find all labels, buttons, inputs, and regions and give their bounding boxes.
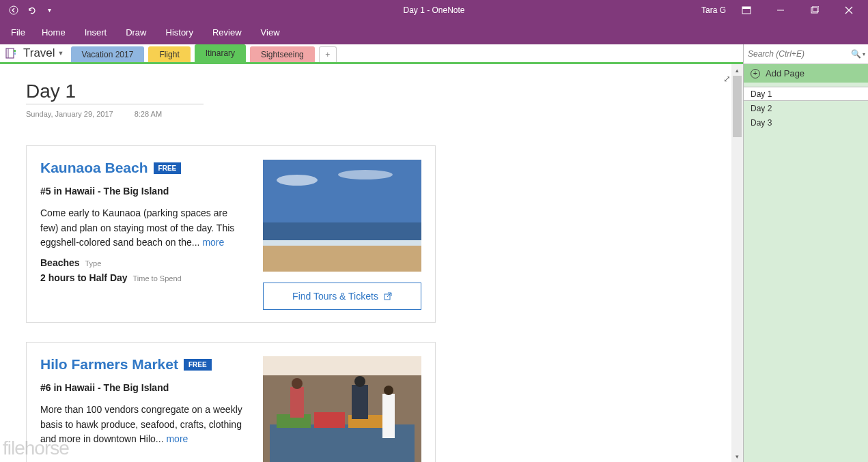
svg-rect-8 <box>6 48 14 58</box>
section-tab-itinerary[interactable]: Itinarary <box>195 44 246 62</box>
page-canvas[interactable]: Day 1 Sunday, January 29, 2017 8:28 AM K… <box>0 64 743 462</box>
free-badge: FREE <box>154 162 182 174</box>
page-list-panel: 🔍 ▾ + Add Page Day 1 Day 2 Day 3 <box>743 44 868 462</box>
card-rank: #5 in Hawaii - The Big Island <box>40 186 248 197</box>
vertical-scrollbar[interactable]: ▴ ▾ <box>731 64 743 462</box>
window-title: Day 1 - OneNote <box>403 5 464 15</box>
content-card: Kaunaoa Beach FREE #5 in Hawaii - The Bi… <box>26 145 436 323</box>
svg-rect-27 <box>352 385 368 419</box>
minimize-button[interactable] <box>767 0 794 20</box>
card-image <box>263 356 421 462</box>
svg-rect-13 <box>263 222 421 243</box>
ribbon-options-button[interactable] <box>733 0 760 20</box>
svg-rect-4 <box>811 8 817 13</box>
ribbon-tab-home[interactable]: Home <box>32 20 75 44</box>
external-link-icon <box>384 292 392 300</box>
card-time-type: Time to Spend <box>132 274 181 283</box>
card-image <box>263 160 421 272</box>
svg-point-16 <box>277 175 318 186</box>
title-bar: ▾ Day 1 - OneNote Tara G <box>0 0 868 20</box>
scroll-thumb[interactable] <box>733 76 742 137</box>
close-button[interactable] <box>835 0 863 20</box>
section-tab-sightseeing[interactable]: Sightseeing <box>250 46 315 62</box>
svg-point-17 <box>338 170 393 179</box>
notebook-name: Travel <box>23 46 55 60</box>
ribbon-tab-file[interactable]: File <box>7 20 32 44</box>
svg-rect-10 <box>14 50 16 52</box>
card-title-link[interactable]: Hilo Farmers Market <box>40 356 178 373</box>
page-list: Day 1 Day 2 Day 3 <box>744 83 868 462</box>
page-meta: Sunday, January 29, 2017 8:28 AM <box>26 110 743 118</box>
page-item-day3[interactable]: Day 3 <box>744 115 868 130</box>
svg-rect-12 <box>263 160 421 228</box>
svg-point-28 <box>354 376 365 387</box>
customize-qat-button[interactable]: ▾ <box>41 2 57 18</box>
ribbon-tab-history[interactable]: History <box>156 20 203 44</box>
card-rank: #6 in Hawaii - The Big Island <box>40 382 248 393</box>
page-date: Sunday, January 29, 2017 <box>26 110 113 118</box>
card-time: 2 hours to Half Day <box>40 272 128 283</box>
more-link[interactable]: more <box>202 237 224 248</box>
page-title[interactable]: Day 1 <box>26 81 204 104</box>
svg-rect-5 <box>813 6 819 12</box>
page-item-day2[interactable]: Day 2 <box>744 101 868 115</box>
svg-point-26 <box>292 378 303 389</box>
card-description: Come early to Kaunaoa (parking spaces ar… <box>40 206 248 250</box>
watermark: filehorse <box>3 437 69 459</box>
search-scope-dropdown[interactable]: ▾ <box>863 51 865 57</box>
svg-rect-23 <box>314 412 345 428</box>
search-input[interactable] <box>748 49 851 59</box>
card-title-link[interactable]: Kaunaoa Beach <box>40 160 148 176</box>
scroll-up-button[interactable]: ▴ <box>731 64 743 76</box>
section-tab-vacation[interactable]: Vacation 2017 <box>71 46 145 62</box>
search-box[interactable]: 🔍 ▾ <box>744 44 868 64</box>
ribbon-tab-insert[interactable]: Insert <box>75 20 117 44</box>
ribbon-tab-review[interactable]: Review <box>203 20 251 44</box>
chevron-down-icon: ▼ <box>58 50 64 57</box>
more-link[interactable]: more <box>166 433 188 444</box>
free-badge: FREE <box>184 359 212 371</box>
svg-rect-2 <box>742 7 751 9</box>
svg-point-0 <box>10 6 18 14</box>
back-button[interactable] <box>5 2 22 18</box>
page-time: 8:28 AM <box>135 110 162 118</box>
search-icon[interactable]: 🔍 <box>851 49 861 59</box>
card-category-type: Type <box>85 259 101 268</box>
card-category: Beaches <box>40 257 80 268</box>
ribbon-tab-draw[interactable]: Draw <box>116 20 156 44</box>
user-name[interactable]: Tara G <box>701 5 726 15</box>
svg-rect-15 <box>263 246 421 272</box>
notebook-icon[interactable] <box>4 46 18 60</box>
svg-rect-11 <box>14 53 16 55</box>
card-description: More than 100 vendors congregate on a we… <box>40 403 248 447</box>
ribbon-tab-view[interactable]: View <box>251 20 290 44</box>
add-section-button[interactable]: + <box>319 46 337 62</box>
section-tabs-row: Travel ▼ Vacation 2017 Flight Itinarary … <box>0 44 743 64</box>
svg-rect-29 <box>382 394 395 438</box>
find-tours-button[interactable]: Find Tours & Tickets <box>263 283 421 310</box>
content-card: Hilo Farmers Market FREE #6 in Hawaii - … <box>26 342 436 462</box>
maximize-button[interactable] <box>801 0 828 20</box>
add-page-button[interactable]: + Add Page <box>744 64 868 83</box>
svg-rect-20 <box>263 356 421 375</box>
ribbon: File Home Insert Draw History Review Vie… <box>0 20 868 44</box>
scroll-down-button[interactable]: ▾ <box>731 450 743 462</box>
page-item-day1[interactable]: Day 1 <box>743 87 868 101</box>
plus-icon: + <box>751 69 760 78</box>
svg-rect-25 <box>290 387 304 418</box>
notebook-dropdown[interactable]: Travel ▼ <box>23 46 64 60</box>
undo-button[interactable] <box>23 2 40 18</box>
section-tab-flight[interactable]: Flight <box>148 46 190 62</box>
svg-point-30 <box>384 386 393 395</box>
